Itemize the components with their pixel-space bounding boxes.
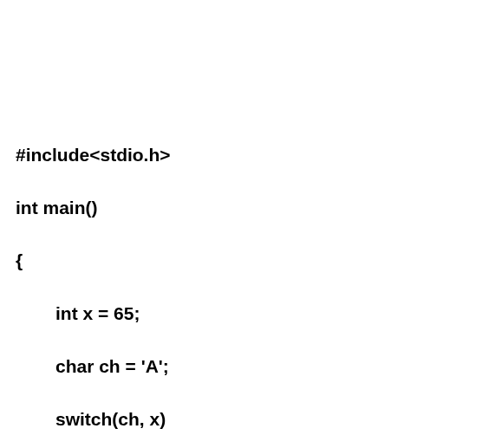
code-line: int main() xyxy=(16,195,466,221)
code-line: switch(ch, x) xyxy=(16,406,466,432)
code-line: int x = 65; xyxy=(16,301,466,327)
code-line: char ch = 'A'; xyxy=(16,354,466,380)
code-line: #include<stdio.h> xyxy=(16,142,466,168)
code-line: { xyxy=(16,248,466,274)
code-block: #include<stdio.h> int main() { int x = 6… xyxy=(16,116,466,448)
